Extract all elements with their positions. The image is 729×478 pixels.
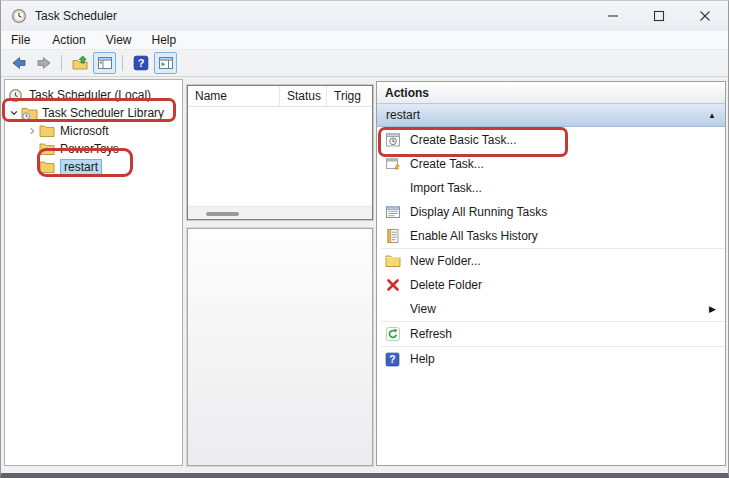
- tree-item-restart[interactable]: restart: [5, 158, 182, 176]
- action-item-help[interactable]: ? Help: [377, 347, 725, 371]
- actions-list: Create Basic Task... Create Task... Im: [377, 127, 725, 465]
- toolbar-separator: [61, 55, 62, 71]
- tree-item-powertoys[interactable]: PowerToys: [5, 140, 182, 158]
- task-list-body[interactable]: [188, 107, 372, 206]
- task-list-panel: Name Status Trigg: [187, 85, 373, 220]
- column-header-triggers[interactable]: Trigg: [327, 86, 372, 106]
- tree-label: Task Scheduler Library: [42, 106, 164, 120]
- minimize-button[interactable]: [590, 1, 636, 31]
- svg-text:?: ?: [389, 354, 395, 365]
- help-icon: ?: [384, 351, 401, 367]
- folder-up-icon: [72, 55, 88, 71]
- action-label: View: [410, 302, 436, 316]
- display-running-tasks-icon: [384, 204, 401, 220]
- toolbar-separator: [122, 55, 123, 71]
- tasks-history-icon: [384, 228, 401, 244]
- menu-file[interactable]: File: [9, 33, 42, 47]
- toolbar: ?: [1, 50, 728, 77]
- scrollbar-thumb[interactable]: [206, 212, 239, 216]
- action-item-new-folder[interactable]: New Folder...: [377, 249, 725, 273]
- action-label: Create Task...: [410, 157, 484, 171]
- action-pane-icon: [158, 55, 174, 71]
- column-header-name[interactable]: Name: [188, 86, 280, 106]
- forward-button[interactable]: [32, 52, 55, 74]
- delete-folder-icon: [384, 277, 401, 293]
- action-label: Display All Running Tasks: [410, 205, 547, 219]
- title-bar: Task Scheduler: [1, 1, 728, 31]
- clock-icon: [8, 88, 25, 103]
- action-label: Enable All Tasks History: [410, 229, 538, 243]
- actions-panel-title: Actions: [377, 82, 725, 104]
- action-item-display-all-running-tasks[interactable]: Display All Running Tasks: [377, 200, 725, 224]
- menu-help[interactable]: Help: [142, 33, 187, 47]
- actions-panel: Actions restart ▲ Cr: [376, 81, 726, 466]
- collapse-arrow-icon[interactable]: ▲: [708, 111, 716, 120]
- maximize-button[interactable]: [636, 1, 682, 31]
- action-item-view[interactable]: View ▶: [377, 297, 725, 321]
- action-label: Create Basic Task...: [410, 133, 517, 147]
- action-label: Import Task...: [410, 181, 482, 195]
- action-pane-toggle-button[interactable]: [154, 52, 177, 74]
- console-tree-icon: [97, 55, 113, 71]
- tree-label: Task Scheduler (Local): [29, 88, 151, 102]
- create-basic-task-icon: [384, 132, 401, 148]
- forward-icon: [36, 55, 52, 71]
- task-preview-pane: [187, 228, 373, 466]
- action-item-create-task[interactable]: Create Task...: [377, 152, 725, 176]
- up-one-level-button[interactable]: [68, 52, 91, 74]
- main-area: Task Scheduler (Local) Task Scheduler Li…: [1, 77, 728, 473]
- action-label: Delete Folder: [410, 278, 482, 292]
- menu-view[interactable]: View: [96, 33, 142, 47]
- folder-icon: [39, 124, 56, 139]
- action-label: Refresh: [410, 327, 452, 341]
- tree-item-microsoft[interactable]: Microsoft: [5, 122, 182, 140]
- chevron-down-icon[interactable]: [6, 108, 21, 118]
- back-icon: [11, 55, 27, 71]
- column-header-status[interactable]: Status: [280, 86, 327, 106]
- console-tree-toggle-button[interactable]: [93, 52, 116, 74]
- actions-group-label: restart: [386, 108, 420, 122]
- tree-item-task-scheduler-library[interactable]: Task Scheduler Library: [5, 104, 182, 122]
- action-item-refresh[interactable]: Refresh: [377, 322, 725, 346]
- new-folder-icon: [384, 253, 401, 269]
- menu-bar: File Action View Help: [1, 31, 728, 50]
- chevron-right-icon[interactable]: [24, 126, 39, 136]
- folder-clock-icon: [21, 106, 38, 121]
- back-button[interactable]: [7, 52, 30, 74]
- tree-label: PowerToys: [60, 142, 119, 156]
- console-tree-panel: Task Scheduler (Local) Task Scheduler Li…: [4, 79, 183, 466]
- refresh-icon: [384, 326, 401, 342]
- horizontal-scrollbar[interactable]: [188, 206, 372, 219]
- close-button[interactable]: [682, 1, 728, 31]
- action-label: New Folder...: [410, 254, 481, 268]
- help-icon: ?: [133, 55, 149, 71]
- menu-action[interactable]: Action: [42, 33, 95, 47]
- tree-label-selected: restart: [60, 159, 102, 175]
- submenu-arrow-icon: ▶: [709, 304, 716, 314]
- tree-label: Microsoft: [60, 124, 109, 138]
- folder-icon: [39, 160, 56, 175]
- app-clock-icon: [11, 8, 27, 24]
- folder-icon: [39, 142, 56, 157]
- svg-text:?: ?: [137, 57, 144, 69]
- action-label: Help: [410, 352, 435, 366]
- task-list-header: Name Status Trigg: [188, 86, 372, 107]
- action-item-delete-folder[interactable]: Delete Folder: [377, 273, 725, 297]
- tree-item-task-scheduler-local[interactable]: Task Scheduler (Local): [5, 86, 182, 104]
- action-item-enable-all-tasks-history[interactable]: Enable All Tasks History: [377, 224, 725, 248]
- window-title: Task Scheduler: [35, 9, 117, 23]
- help-toolbar-button[interactable]: ?: [129, 52, 152, 74]
- action-item-import-task[interactable]: Import Task...: [377, 176, 725, 200]
- create-task-icon: [384, 156, 401, 172]
- actions-group-header[interactable]: restart ▲: [377, 104, 725, 127]
- action-item-create-basic-task[interactable]: Create Basic Task...: [377, 128, 725, 152]
- task-scheduler-window: Task Scheduler File Action View Help: [0, 0, 729, 478]
- window-controls: [590, 1, 728, 31]
